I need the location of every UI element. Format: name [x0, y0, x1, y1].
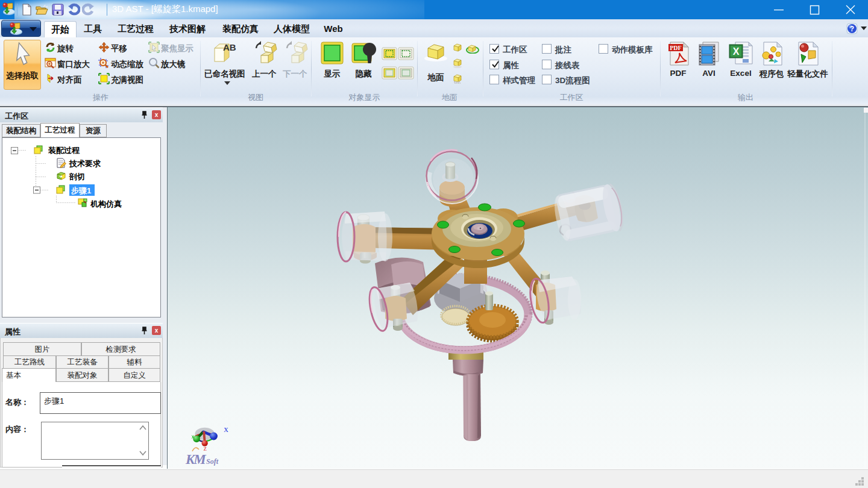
svg-text:AB: AB: [223, 42, 236, 52]
svg-text:?: ?: [850, 25, 854, 33]
svg-text:Soft: Soft: [206, 457, 219, 466]
svg-text:X: X: [733, 46, 740, 57]
svg-text:PDF: PDF: [670, 45, 681, 51]
svg-text:Z: Z: [204, 446, 207, 452]
svg-text:X: X: [224, 427, 228, 433]
svg-text:KM: KM: [185, 452, 207, 467]
